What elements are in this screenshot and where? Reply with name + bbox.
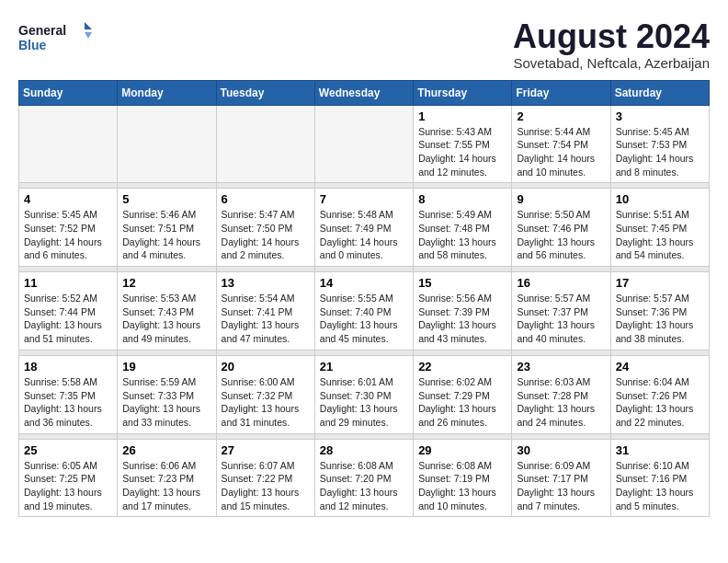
day-info: Sunrise: 5:54 AMSunset: 7:41 PMDaylight:… — [222, 292, 310, 346]
calendar-header-row: SundayMondayTuesdayWednesdayThursdayFrid… — [19, 80, 710, 105]
day-info: Sunrise: 6:04 AMSunset: 7:26 PMDaylight:… — [616, 375, 704, 430]
day-number: 29 — [418, 443, 506, 457]
calendar-cell: 8Sunrise: 5:49 AMSunset: 7:48 PMDaylight… — [414, 189, 512, 267]
day-info: Sunrise: 5:51 AMSunset: 7:45 PMDaylight:… — [616, 208, 704, 262]
day-header-friday: Friday — [512, 80, 610, 105]
day-number: 3 — [616, 109, 704, 123]
calendar-cell: 19Sunrise: 5:59 AMSunset: 7:33 PMDayligh… — [118, 355, 216, 433]
day-number: 15 — [418, 276, 506, 290]
day-info: Sunrise: 6:00 AMSunset: 7:32 PMDaylight:… — [222, 375, 310, 430]
day-number: 2 — [517, 109, 605, 123]
calendar-cell: 20Sunrise: 6:00 AMSunset: 7:32 PMDayligh… — [216, 355, 314, 433]
day-info: Sunrise: 6:08 AMSunset: 7:19 PMDaylight:… — [418, 459, 506, 513]
calendar-week-5: 25Sunrise: 6:05 AMSunset: 7:25 PMDayligh… — [19, 439, 710, 517]
day-info: Sunrise: 6:10 AMSunset: 7:16 PMDaylight:… — [616, 459, 704, 513]
svg-marker-3 — [85, 32, 92, 39]
day-header-tuesday: Tuesday — [216, 80, 314, 105]
day-info: Sunrise: 5:45 AMSunset: 7:52 PMDaylight:… — [24, 208, 112, 262]
day-info: Sunrise: 6:06 AMSunset: 7:23 PMDaylight:… — [122, 459, 210, 513]
month-title: August 2024 — [513, 18, 710, 55]
calendar-cell: 13Sunrise: 5:54 AMSunset: 7:41 PMDayligh… — [216, 272, 314, 350]
calendar-cell: 12Sunrise: 5:53 AMSunset: 7:43 PMDayligh… — [118, 272, 216, 350]
day-number: 18 — [24, 360, 112, 373]
day-info: Sunrise: 6:05 AMSunset: 7:25 PMDaylight:… — [24, 459, 112, 513]
calendar-cell: 23Sunrise: 6:03 AMSunset: 7:28 PMDayligh… — [512, 355, 610, 433]
calendar-cell: 30Sunrise: 6:09 AMSunset: 7:17 PMDayligh… — [512, 439, 610, 517]
day-number: 25 — [24, 443, 112, 457]
day-info: Sunrise: 6:07 AMSunset: 7:22 PMDaylight:… — [222, 459, 310, 513]
day-number: 7 — [320, 192, 408, 206]
day-header-saturday: Saturday — [610, 80, 709, 105]
calendar-cell: 4Sunrise: 5:45 AMSunset: 7:52 PMDaylight… — [19, 189, 118, 267]
day-number: 11 — [24, 276, 112, 290]
title-block: August 2024 Sovetabad, Neftcala, Azerbai… — [513, 18, 710, 71]
day-number: 14 — [320, 276, 408, 290]
calendar-cell: 24Sunrise: 6:04 AMSunset: 7:26 PMDayligh… — [610, 355, 709, 433]
calendar-week-1: 1Sunrise: 5:43 AMSunset: 7:55 PMDaylight… — [19, 105, 710, 183]
day-info: Sunrise: 5:58 AMSunset: 7:35 PMDaylight:… — [24, 375, 112, 430]
day-info: Sunrise: 5:57 AMSunset: 7:36 PMDaylight:… — [616, 292, 704, 346]
day-info: Sunrise: 5:44 AMSunset: 7:54 PMDaylight:… — [517, 125, 605, 179]
day-info: Sunrise: 5:53 AMSunset: 7:43 PMDaylight:… — [122, 292, 210, 346]
logo-svg: General Blue — [18, 18, 101, 55]
calendar-cell: 27Sunrise: 6:07 AMSunset: 7:22 PMDayligh… — [216, 439, 314, 517]
calendar-week-3: 11Sunrise: 5:52 AMSunset: 7:44 PMDayligh… — [19, 272, 710, 350]
day-number: 12 — [122, 276, 210, 290]
calendar-week-4: 18Sunrise: 5:58 AMSunset: 7:35 PMDayligh… — [19, 355, 710, 433]
day-header-sunday: Sunday — [19, 80, 118, 105]
calendar-cell: 18Sunrise: 5:58 AMSunset: 7:35 PMDayligh… — [19, 355, 118, 433]
day-number: 22 — [418, 360, 506, 373]
calendar-cell: 5Sunrise: 5:46 AMSunset: 7:51 PMDaylight… — [118, 189, 216, 267]
day-info: Sunrise: 6:08 AMSunset: 7:20 PMDaylight:… — [320, 459, 408, 513]
calendar-cell — [19, 105, 118, 183]
day-number: 9 — [517, 192, 605, 206]
day-number: 26 — [122, 443, 210, 457]
logo: General Blue — [18, 18, 101, 55]
calendar-cell: 16Sunrise: 5:57 AMSunset: 7:37 PMDayligh… — [512, 272, 610, 350]
day-info: Sunrise: 6:02 AMSunset: 7:29 PMDaylight:… — [418, 375, 506, 430]
calendar-cell — [118, 105, 216, 183]
day-number: 30 — [517, 443, 605, 457]
day-number: 20 — [222, 360, 310, 373]
calendar-cell: 2Sunrise: 5:44 AMSunset: 7:54 PMDaylight… — [512, 105, 610, 183]
calendar-cell: 10Sunrise: 5:51 AMSunset: 7:45 PMDayligh… — [610, 189, 709, 267]
day-header-wednesday: Wednesday — [314, 80, 413, 105]
day-info: Sunrise: 5:59 AMSunset: 7:33 PMDaylight:… — [122, 375, 210, 430]
calendar-cell: 1Sunrise: 5:43 AMSunset: 7:55 PMDaylight… — [414, 105, 512, 183]
calendar-cell: 21Sunrise: 6:01 AMSunset: 7:30 PMDayligh… — [314, 355, 413, 433]
day-info: Sunrise: 5:57 AMSunset: 7:37 PMDaylight:… — [517, 292, 605, 346]
page-header: General Blue August 2024 Sovetabad, Neft… — [18, 18, 710, 71]
calendar-cell: 22Sunrise: 6:02 AMSunset: 7:29 PMDayligh… — [414, 355, 512, 433]
calendar-cell: 26Sunrise: 6:06 AMSunset: 7:23 PMDayligh… — [118, 439, 216, 517]
calendar-cell: 7Sunrise: 5:48 AMSunset: 7:49 PMDaylight… — [314, 189, 413, 267]
svg-text:Blue: Blue — [18, 38, 47, 52]
day-number: 21 — [320, 360, 408, 373]
day-header-monday: Monday — [118, 80, 216, 105]
day-number: 8 — [418, 192, 506, 206]
day-number: 1 — [418, 109, 506, 123]
day-info: Sunrise: 5:43 AMSunset: 7:55 PMDaylight:… — [418, 125, 506, 179]
day-number: 6 — [222, 192, 310, 206]
day-number: 19 — [122, 360, 210, 373]
svg-text:General: General — [18, 23, 66, 38]
calendar-cell: 9Sunrise: 5:50 AMSunset: 7:46 PMDaylight… — [512, 189, 610, 267]
day-number: 24 — [616, 360, 704, 373]
calendar-table: SundayMondayTuesdayWednesdayThursdayFrid… — [18, 80, 710, 518]
day-info: Sunrise: 6:03 AMSunset: 7:28 PMDaylight:… — [517, 375, 605, 430]
day-number: 23 — [517, 360, 605, 373]
calendar-cell: 28Sunrise: 6:08 AMSunset: 7:20 PMDayligh… — [314, 439, 413, 517]
day-number: 13 — [222, 276, 310, 290]
calendar-cell — [314, 105, 413, 183]
day-number: 27 — [222, 443, 310, 457]
day-info: Sunrise: 6:09 AMSunset: 7:17 PMDaylight:… — [517, 459, 605, 513]
day-info: Sunrise: 5:45 AMSunset: 7:53 PMDaylight:… — [616, 125, 704, 179]
day-info: Sunrise: 5:56 AMSunset: 7:39 PMDaylight:… — [418, 292, 506, 346]
calendar-cell: 25Sunrise: 6:05 AMSunset: 7:25 PMDayligh… — [19, 439, 118, 517]
day-number: 28 — [320, 443, 408, 457]
calendar-cell: 14Sunrise: 5:55 AMSunset: 7:40 PMDayligh… — [314, 272, 413, 350]
calendar-cell: 29Sunrise: 6:08 AMSunset: 7:19 PMDayligh… — [414, 439, 512, 517]
calendar-cell: 15Sunrise: 5:56 AMSunset: 7:39 PMDayligh… — [414, 272, 512, 350]
day-header-thursday: Thursday — [414, 80, 512, 105]
day-info: Sunrise: 5:46 AMSunset: 7:51 PMDaylight:… — [122, 208, 210, 262]
calendar-cell: 17Sunrise: 5:57 AMSunset: 7:36 PMDayligh… — [610, 272, 709, 350]
